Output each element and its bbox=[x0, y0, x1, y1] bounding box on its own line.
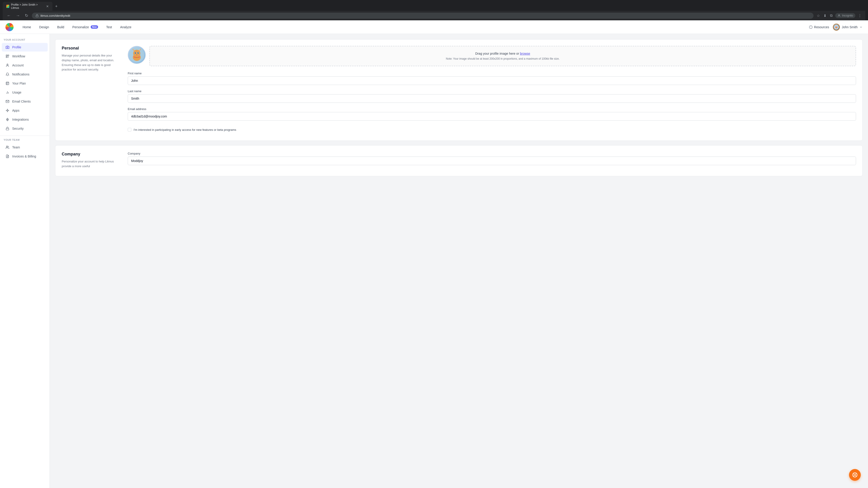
bar-chart-icon bbox=[5, 90, 9, 94]
active-tab[interactable]: Profile > John Smith > Litmus ✕ bbox=[3, 2, 53, 11]
svg-point-44 bbox=[135, 53, 136, 53]
beta-checkbox-label: I'm interested in participating in early… bbox=[133, 128, 236, 131]
lifebuoy-icon bbox=[852, 472, 858, 478]
sidebar-item-security[interactable]: Security bbox=[2, 124, 48, 133]
svg-point-20 bbox=[7, 110, 8, 111]
sidebar-item-integrations[interactable]: Integrations bbox=[2, 115, 48, 124]
image-upload-box[interactable]: Drag your profile image here or browse N… bbox=[149, 46, 856, 66]
workflow-icon bbox=[5, 54, 9, 58]
support-button[interactable] bbox=[849, 469, 861, 481]
url-bar[interactable] bbox=[32, 13, 813, 19]
svg-rect-12 bbox=[6, 55, 7, 56]
sidebar-item-profile[interactable]: Profile bbox=[2, 43, 48, 52]
tab-close-button[interactable]: ✕ bbox=[46, 4, 49, 8]
sidebar-item-usage[interactable]: Usage bbox=[2, 88, 48, 97]
last-name-input[interactable] bbox=[128, 94, 856, 103]
url-input[interactable] bbox=[40, 14, 810, 18]
svg-point-45 bbox=[138, 53, 138, 53]
apps-icon bbox=[5, 108, 9, 112]
download-icon[interactable]: ⬇ bbox=[823, 13, 827, 19]
email-input[interactable] bbox=[128, 112, 856, 121]
svg-point-51 bbox=[136, 57, 137, 58]
user-menu-button[interactable]: John Smith bbox=[833, 24, 863, 31]
profile-image-row: Drag your profile image here or browse N… bbox=[128, 46, 856, 66]
svg-point-15 bbox=[7, 64, 8, 65]
sidebar-label-your-plan: Your Plan bbox=[12, 82, 26, 85]
menu-icon[interactable]: ⋮ bbox=[857, 13, 863, 19]
svg-point-10 bbox=[837, 27, 837, 27]
email-icon bbox=[5, 99, 9, 103]
back-button[interactable]: ← bbox=[5, 12, 12, 19]
svg-line-55 bbox=[856, 476, 857, 477]
svg-rect-13 bbox=[8, 55, 9, 56]
personal-section-info: Personal Manage your personal details li… bbox=[62, 46, 121, 134]
company-section-description: Personalize your account to help Litmus … bbox=[62, 159, 121, 169]
company-label: Company bbox=[128, 152, 856, 155]
tab-label: Profile > John Smith > Litmus bbox=[11, 3, 43, 9]
first-name-group: First name bbox=[128, 72, 856, 85]
svg-rect-29 bbox=[6, 128, 9, 130]
sidebar-label-usage: Usage bbox=[12, 91, 21, 94]
bookmark-icon[interactable]: ☆ bbox=[816, 13, 821, 19]
sidebar-item-account[interactable]: Account bbox=[2, 61, 48, 70]
sidebar-item-email-clients[interactable]: Email Clients bbox=[2, 97, 48, 106]
company-form-area: Company bbox=[128, 152, 856, 170]
sidebar-item-apps[interactable]: Apps bbox=[2, 106, 48, 115]
refresh-button[interactable]: ↻ bbox=[24, 12, 30, 19]
nav-test[interactable]: Test bbox=[103, 24, 116, 31]
tab-favicon bbox=[6, 5, 9, 8]
sidebar-item-workflow[interactable]: Workflow bbox=[2, 52, 48, 61]
svg-line-56 bbox=[856, 473, 857, 474]
browse-link[interactable]: browse bbox=[520, 52, 530, 55]
sidebar-item-your-plan[interactable]: Your Plan bbox=[2, 79, 48, 88]
lock-icon bbox=[5, 127, 9, 131]
your-team-section-label: YOUR TEAM bbox=[0, 138, 50, 143]
sidebar-label-account: Account bbox=[12, 64, 24, 67]
nav-build[interactable]: Build bbox=[54, 24, 68, 31]
forward-button[interactable]: → bbox=[14, 12, 21, 19]
company-card: Company Personalize your account to help… bbox=[55, 145, 863, 176]
svg-line-57 bbox=[853, 476, 854, 477]
nav-design[interactable]: Design bbox=[35, 24, 53, 31]
user-avatar bbox=[833, 24, 840, 31]
svg-rect-0 bbox=[36, 15, 38, 17]
email-label: Email address bbox=[128, 107, 856, 111]
split-screen-icon[interactable]: ⧉ bbox=[829, 13, 833, 19]
svg-point-30 bbox=[6, 146, 7, 147]
nav-home[interactable]: Home bbox=[19, 24, 35, 31]
new-tab-button[interactable]: + bbox=[53, 3, 59, 10]
invoice-icon bbox=[5, 154, 9, 158]
personal-section-title: Personal bbox=[62, 46, 121, 51]
svg-point-9 bbox=[835, 27, 836, 27]
sidebar-label-apps: Apps bbox=[12, 109, 20, 112]
resources-button[interactable]: Resources bbox=[809, 25, 829, 29]
sidebar-divider bbox=[0, 135, 50, 136]
sidebar-item-invoices[interactable]: Invoices & Billing bbox=[2, 152, 48, 161]
sidebar-item-team[interactable]: Team bbox=[2, 143, 48, 152]
team-icon bbox=[5, 145, 9, 149]
sidebar: YOUR ACCOUNT Profile Workflow Account No… bbox=[0, 34, 50, 488]
nav-analyze[interactable]: Analyze bbox=[117, 24, 135, 31]
sidebar-label-integrations: Integrations bbox=[12, 118, 29, 121]
upload-text: Drag your profile image here or browse bbox=[475, 52, 530, 55]
svg-point-1 bbox=[839, 14, 840, 15]
your-account-section-label: YOUR ACCOUNT bbox=[0, 38, 50, 43]
company-group: Company bbox=[128, 152, 856, 165]
app-header: Home Design Build Personalize New Test A… bbox=[0, 20, 868, 34]
sidebar-item-notifications[interactable]: Notifications bbox=[2, 70, 48, 78]
litmus-logo[interactable] bbox=[5, 23, 13, 31]
last-name-group: Last name bbox=[128, 90, 856, 103]
beta-checkbox[interactable] bbox=[128, 128, 131, 131]
nav-personalize[interactable]: Personalize New bbox=[69, 24, 102, 31]
svg-point-23 bbox=[6, 110, 7, 111]
sidebar-label-invoices: Invoices & Billing bbox=[12, 155, 36, 158]
first-name-input[interactable] bbox=[128, 76, 856, 85]
email-group: Email address bbox=[128, 107, 856, 121]
lock-icon bbox=[35, 14, 39, 17]
last-name-label: Last name bbox=[128, 90, 856, 93]
company-input[interactable] bbox=[128, 157, 856, 165]
svg-point-21 bbox=[7, 109, 8, 110]
personalize-badge: New bbox=[91, 25, 98, 29]
user-icon bbox=[5, 63, 9, 67]
sidebar-label-notifications: Notifications bbox=[12, 72, 29, 76]
